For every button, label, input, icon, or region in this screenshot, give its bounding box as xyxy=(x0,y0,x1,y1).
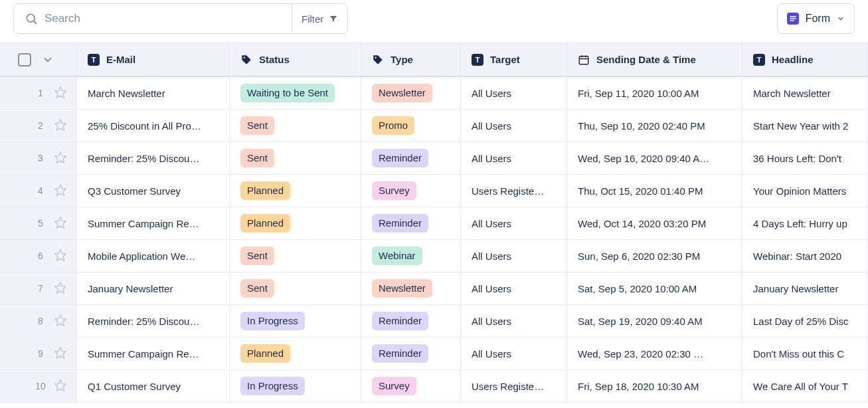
cell-status[interactable]: In Progress xyxy=(230,305,361,338)
cell-target[interactable]: All Users xyxy=(461,305,567,338)
cell-headline[interactable]: March Newsletter xyxy=(742,77,868,110)
table-row[interactable]: 3Reminder: 25% Discou…SentReminderAll Us… xyxy=(0,142,868,175)
cell-target[interactable]: All Users xyxy=(461,272,567,305)
cell-target[interactable]: Users Registe… xyxy=(461,175,567,207)
cell-email[interactable]: January Newsletter xyxy=(77,272,230,305)
cell-date[interactable]: Sat, Sep 19, 2020 09:40 AM xyxy=(567,305,742,338)
cell-headline[interactable]: 4 Days Left: Hurry up xyxy=(742,207,868,240)
cell-email[interactable]: Summer Campaign Re… xyxy=(77,338,230,370)
row-number: 8 xyxy=(33,316,48,326)
cell-date[interactable]: Thu, Sep 10, 2020 02:40 PM xyxy=(567,110,742,142)
cell-email[interactable]: March Newsletter xyxy=(77,77,230,110)
cell-target[interactable]: All Users xyxy=(461,142,567,175)
cell-headline[interactable]: Last Day of 25% Disc xyxy=(742,305,868,338)
filter-button[interactable]: Filter xyxy=(292,4,347,33)
column-header-type[interactable]: Type xyxy=(361,43,461,77)
search-input[interactable] xyxy=(44,12,281,25)
cell-status[interactable]: Planned xyxy=(230,175,361,207)
table-row[interactable]: 8Reminder: 25% Discou…In ProgressReminde… xyxy=(0,305,868,338)
svg-marker-20 xyxy=(55,379,66,391)
column-header-date[interactable]: Sending Date & Time xyxy=(567,43,742,77)
row-number: 5 xyxy=(33,218,48,229)
type-badge: Survey xyxy=(372,377,416,395)
cell-headline[interactable]: Don't Miss out this C xyxy=(742,338,868,370)
table-row[interactable]: 1March NewsletterWaiting to be SentNewsl… xyxy=(0,77,868,110)
cell-type[interactable]: Newsletter xyxy=(361,77,461,110)
star-icon[interactable] xyxy=(54,314,67,329)
select-all-checkbox[interactable] xyxy=(18,53,31,66)
cell-headline[interactable]: We Care All of Your T xyxy=(742,370,868,403)
cell-date[interactable]: Fri, Sep 11, 2020 10:00 AM xyxy=(567,77,742,110)
cell-type[interactable]: Reminder xyxy=(361,338,461,370)
column-header-target[interactable]: T Target xyxy=(461,43,567,77)
table-row[interactable]: 7January NewsletterSentNewsletterAll Use… xyxy=(0,272,868,305)
cell-type[interactable]: Promo xyxy=(361,110,461,142)
cell-status[interactable]: Sent xyxy=(230,142,361,175)
cell-type[interactable]: Reminder xyxy=(361,207,461,240)
table-row[interactable]: 4Q3 Customer SurveyPlannedSurveyUsers Re… xyxy=(0,175,868,207)
tag-icon xyxy=(372,54,384,66)
svg-rect-7 xyxy=(579,56,588,64)
table-row[interactable]: 6Mobile Application We…SentWebinarAll Us… xyxy=(0,240,868,272)
cell-headline[interactable]: 36 Hours Left: Don't xyxy=(742,142,868,175)
search-box[interactable] xyxy=(14,4,292,33)
cell-headline[interactable]: Webinar: Start 2020 xyxy=(742,240,868,272)
star-icon[interactable] xyxy=(54,151,67,166)
table-row[interactable]: 9Summer Campaign Re…PlannedReminderAll U… xyxy=(0,338,868,370)
cell-email[interactable]: Mobile Application We… xyxy=(77,240,230,272)
cell-email[interactable]: Q1 Customer Survey xyxy=(77,370,230,403)
cell-email[interactable]: Q3 Customer Survey xyxy=(77,175,230,207)
star-icon[interactable] xyxy=(54,216,67,231)
cell-status[interactable]: Sent xyxy=(230,240,361,272)
cell-email[interactable]: Reminder: 25% Discou… xyxy=(77,142,230,175)
column-header-headline[interactable]: T Headline xyxy=(742,43,868,77)
cell-date[interactable]: Sat, Sep 5, 2020 10:00 AM xyxy=(567,272,742,305)
cell-date[interactable]: Wed, Sep 23, 2020 02:30 … xyxy=(567,338,742,370)
cell-target[interactable]: All Users xyxy=(461,207,567,240)
cell-headline[interactable]: January Newsletter xyxy=(742,272,868,305)
cell-date[interactable]: Sun, Sep 6, 2020 02:30 PM xyxy=(567,240,742,272)
cell-type[interactable]: Newsletter xyxy=(361,272,461,305)
star-icon[interactable] xyxy=(54,281,67,296)
star-icon[interactable] xyxy=(54,86,67,101)
star-icon[interactable] xyxy=(54,379,67,394)
cell-target[interactable]: Users Registe… xyxy=(461,370,567,403)
cell-target[interactable]: All Users xyxy=(461,338,567,370)
cell-type[interactable]: Survey xyxy=(361,370,461,403)
column-header-status[interactable]: Status xyxy=(230,43,361,77)
cell-type[interactable]: Reminder xyxy=(361,305,461,338)
cell-date[interactable]: Thu, Oct 15, 2020 01:40 PM xyxy=(567,175,742,207)
star-icon[interactable] xyxy=(54,118,67,134)
cell-target[interactable]: All Users xyxy=(461,77,567,110)
cell-headline[interactable]: Start New Year with 2 xyxy=(742,110,868,142)
star-icon[interactable] xyxy=(54,183,67,199)
star-icon[interactable] xyxy=(54,249,67,264)
cell-type[interactable]: Webinar xyxy=(361,240,461,272)
table-row[interactable]: 10Q1 Customer SurveyIn ProgressSurveyUse… xyxy=(0,370,868,403)
cell-status[interactable]: Planned xyxy=(230,338,361,370)
column-header-email[interactable]: T E-Mail xyxy=(77,43,230,77)
cell-date[interactable]: Wed, Sep 16, 2020 09:40 A… xyxy=(567,142,742,175)
star-icon[interactable] xyxy=(54,346,67,361)
cell-status[interactable]: Sent xyxy=(230,272,361,305)
cell-type[interactable]: Survey xyxy=(361,175,461,207)
cell-status[interactable]: Planned xyxy=(230,207,361,240)
form-view-button[interactable]: Form xyxy=(777,3,855,34)
cell-target[interactable]: All Users xyxy=(461,110,567,142)
filter-label: Filter xyxy=(302,13,323,25)
cell-type[interactable]: Reminder xyxy=(361,142,461,175)
cell-email[interactable]: 25% Discount in All Pro… xyxy=(77,110,230,142)
cell-email[interactable]: Summer Campaign Re… xyxy=(77,207,230,240)
cell-date[interactable]: Fri, Sep 18, 2020 10:30 AM xyxy=(567,370,742,403)
cell-status[interactable]: Sent xyxy=(230,110,361,142)
cell-headline[interactable]: Your Opinion Matters xyxy=(742,175,868,207)
table-row[interactable]: 5Summer Campaign Re…PlannedReminderAll U… xyxy=(0,207,868,240)
expand-all-icon[interactable] xyxy=(42,54,54,66)
table-row[interactable]: 225% Discount in All Pro…SentPromoAll Us… xyxy=(0,110,868,142)
cell-status[interactable]: In Progress xyxy=(230,370,361,403)
cell-target[interactable]: All Users xyxy=(461,240,567,272)
cell-email[interactable]: Reminder: 25% Discou… xyxy=(77,305,230,338)
cell-status[interactable]: Waiting to be Sent xyxy=(230,77,361,110)
type-badge: Reminder xyxy=(372,214,428,233)
cell-date[interactable]: Wed, Oct 14, 2020 03:20 PM xyxy=(567,207,742,240)
